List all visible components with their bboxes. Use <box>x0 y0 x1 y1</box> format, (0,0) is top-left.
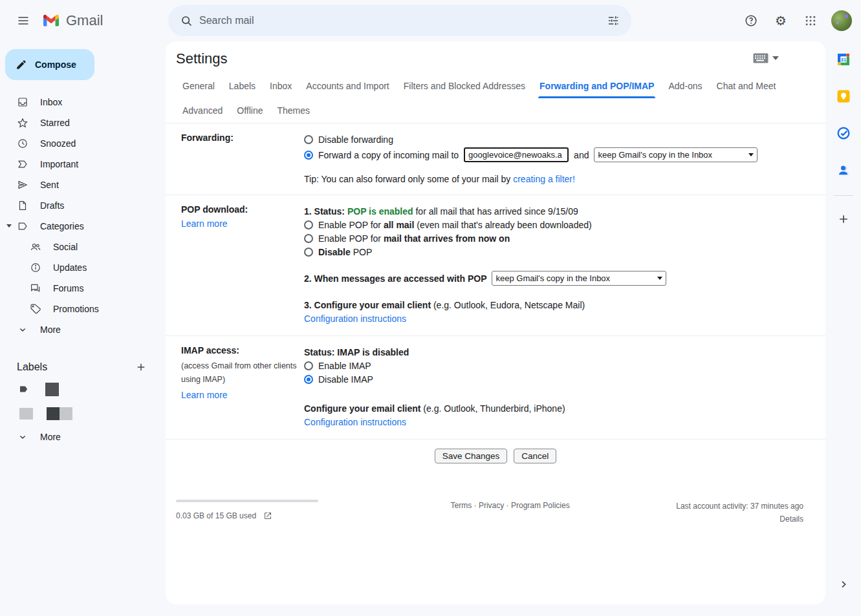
sidebar-item-snoozed[interactable]: Snoozed <box>0 133 166 154</box>
enable-pop-now-radio[interactable] <box>304 234 313 243</box>
label-item[interactable] <box>0 380 166 398</box>
input-tools-button[interactable] <box>753 53 779 63</box>
keep-panel-button[interactable] <box>831 83 856 109</box>
sidebar-item-label: Forums <box>53 283 83 293</box>
storage-usage: 0.03 GB of 15 GB used <box>176 511 256 520</box>
svg-text:31: 31 <box>840 57 845 63</box>
gear-icon: ⚙ <box>775 14 787 27</box>
apps-grid-icon <box>804 14 817 27</box>
enable-imap-radio[interactable] <box>304 361 313 370</box>
search-input[interactable] <box>199 15 600 27</box>
tab-general[interactable]: General <box>181 74 216 98</box>
sidebar-item-forums[interactable]: Forums <box>0 278 166 299</box>
sidebar-item-label: Snoozed <box>40 138 76 149</box>
pop-download-label: POP download: <box>181 204 248 215</box>
tab-inbox[interactable]: Inbox <box>268 74 293 98</box>
imap-access-label: IMAP access: <box>181 345 239 356</box>
compose-button[interactable]: Compose <box>5 49 94 80</box>
sidebar-item-label: Drafts <box>40 200 64 211</box>
keep-icon <box>836 89 851 103</box>
sidebar-item-label: Categories <box>40 221 84 231</box>
settings-panel: Settings General Labels Inbox Accounts a… <box>166 41 825 604</box>
details-link[interactable]: Details <box>779 515 803 524</box>
google-apps-button[interactable] <box>798 8 823 34</box>
sidebar-item-promotions[interactable]: Promotions <box>0 299 166 319</box>
hide-side-panel-button[interactable] <box>831 571 856 597</box>
pop-action-select[interactable]: keep Gmail's copy in the Inbox <box>492 271 666 286</box>
forward-copy-radio[interactable] <box>304 151 313 160</box>
sidebar-item-inbox[interactable]: Inbox <box>0 92 166 112</box>
keyboard-icon <box>753 53 768 63</box>
pop-configuration-instructions-link[interactable]: Configuration instructions <box>304 313 406 324</box>
expand-caret-icon[interactable] <box>6 224 12 228</box>
settings-button[interactable]: ⚙ <box>768 8 794 34</box>
get-addons-button[interactable] <box>831 206 856 232</box>
labels-more[interactable]: More <box>0 427 166 447</box>
pop-download-section: POP download: Learn more 1. Status: POP … <box>166 195 825 336</box>
disable-imap-radio[interactable] <box>304 375 313 384</box>
open-in-new-icon[interactable] <box>263 511 273 521</box>
sidebar-item-label: Important <box>40 159 78 169</box>
gmail-logo[interactable]: Gmail <box>41 12 103 29</box>
label-tag-icon <box>18 383 30 395</box>
creating-filter-link[interactable]: creating a filter! <box>513 174 575 184</box>
storage-meter <box>176 500 318 502</box>
forward-address-select[interactable]: googlevoice@newoaks.a <box>464 147 569 162</box>
label-item[interactable] <box>0 405 166 423</box>
imap-configuration-instructions-link[interactable]: Configuration instructions <box>304 417 406 427</box>
program-policies-link[interactable]: Program Policies <box>511 501 570 510</box>
chevron-down-icon <box>17 324 28 335</box>
search-icon <box>180 14 193 27</box>
sidebar-item-label: Sent <box>40 180 59 190</box>
tab-offline[interactable]: Offline <box>235 98 264 123</box>
last-account-activity: Last account activity: 37 minutes ago <box>676 500 803 513</box>
sidebar-item-important[interactable]: Important <box>0 154 166 175</box>
support-button[interactable] <box>738 8 764 34</box>
disable-forwarding-radio[interactable] <box>304 135 313 144</box>
search-bar <box>168 5 631 36</box>
sidebar-item-sent[interactable]: Sent <box>0 175 166 195</box>
chevron-right-icon <box>838 579 849 589</box>
tab-themes[interactable]: Themes <box>276 98 312 123</box>
tab-forwarding-and-pop-imap[interactable]: Forwarding and POP/IMAP <box>538 74 655 98</box>
tab-advanced[interactable]: Advanced <box>181 98 224 123</box>
privacy-link[interactable]: Privacy <box>479 501 504 510</box>
pop-status-value: POP is enabled <box>347 206 413 217</box>
tab-labels[interactable]: Labels <box>228 74 257 98</box>
forward-action-select[interactable]: keep Gmail's copy in the Inbox <box>594 147 757 162</box>
sidebar-item-categories[interactable]: Categories <box>0 216 166 237</box>
pop-status-suffix: for all mail that has arrived since 9/15… <box>413 206 578 217</box>
draft-icon <box>17 200 28 211</box>
tab-add-ons[interactable]: Add-ons <box>667 74 703 98</box>
terms-link[interactable]: Terms <box>451 501 472 510</box>
conjunction-label: and <box>574 150 589 160</box>
tab-accounts-and-import[interactable]: Accounts and Import <box>305 74 390 98</box>
settings-tabs-row1: General Labels Inbox Accounts and Import… <box>166 74 825 98</box>
plus-icon <box>837 213 850 226</box>
sidebar-item-starred[interactable]: Starred <box>0 112 166 133</box>
contacts-panel-button[interactable] <box>831 157 856 183</box>
disable-pop-radio[interactable] <box>304 248 313 257</box>
sidebar-item-social[interactable]: Social <box>0 237 166 257</box>
calendar-panel-button[interactable]: 31 <box>831 47 856 72</box>
sidebar-item-more[interactable]: More <box>0 319 166 340</box>
cancel-button[interactable]: Cancel <box>514 449 556 463</box>
pop-learn-more-link[interactable]: Learn more <box>181 218 228 229</box>
main-menu-button[interactable] <box>8 5 39 36</box>
imap-learn-more-link[interactable]: Learn more <box>181 390 228 400</box>
save-changes-button[interactable]: Save Changes <box>435 449 508 463</box>
tasks-panel-button[interactable] <box>831 120 856 146</box>
card-footer: 0.03 GB of 15 GB used Terms · Privacy · … <box>166 463 825 526</box>
enable-pop-all-radio[interactable] <box>304 220 313 229</box>
calendar-icon: 31 <box>836 52 851 67</box>
tab-chat-and-meet[interactable]: Chat and Meet <box>715 74 778 98</box>
account-avatar[interactable] <box>831 10 852 31</box>
sidebar-item-drafts[interactable]: Drafts <box>0 195 166 216</box>
search-options-button[interactable] <box>600 8 626 34</box>
create-label-button[interactable] <box>132 358 150 376</box>
sidebar-item-updates[interactable]: Updates <box>0 257 166 278</box>
disable-imap-label: Disable IMAP <box>318 374 373 385</box>
search-button[interactable] <box>173 8 199 34</box>
select-chevron-icon <box>657 277 662 280</box>
tab-filters-and-blocked-addresses[interactable]: Filters and Blocked Addresses <box>402 74 527 98</box>
